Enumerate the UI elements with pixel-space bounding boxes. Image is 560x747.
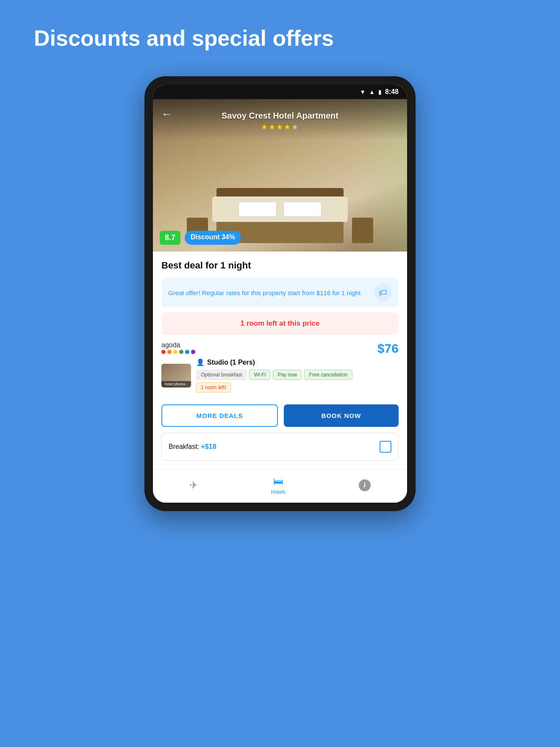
rooms-left-text: 1 room left at this price <box>240 319 319 327</box>
hotel-image: ← Savoy Crest Hotel Apartment ★★★★★ 8.7 … <box>153 99 407 252</box>
nav-info[interactable]: i <box>359 479 371 491</box>
content-area: Best deal for 1 night Great offer! Regul… <box>153 252 407 469</box>
hotel-name: Savoy Crest Hotel Apartment <box>222 111 338 121</box>
hotel-score: 8.7 <box>160 231 180 245</box>
nav-hotels[interactable]: 🛏 Hotels <box>271 476 286 495</box>
breakfast-row: Breakfast: +$18 <box>161 433 399 461</box>
hotel-stars: ★★★★★ <box>261 122 299 132</box>
hotels-label: Hotels <box>271 489 286 495</box>
breakfast-label: Breakfast: +$18 <box>169 443 216 451</box>
room-name: 👤 Studio (1 Pers) <box>196 358 377 366</box>
hotels-icon: 🛏 <box>273 476 283 487</box>
tag-room-left: 1 room left! <box>196 382 231 393</box>
booking-row: agoda ho <box>161 341 399 398</box>
device-screen: ▼ ▲ ▮ 8:48 <box>153 85 407 503</box>
page-title: Discounts and special offers <box>0 0 560 51</box>
room-photo-label: hotel photos · <box>161 381 191 387</box>
rooms-left-banner: 1 room left at this price <box>161 313 399 335</box>
tag-optional-breakfast: Optional breakfast <box>196 370 247 380</box>
room-details: 👤 Studio (1 Pers) Optional breakfast Wi-… <box>196 358 377 393</box>
discount-badge: Discount 34% <box>185 231 241 245</box>
book-now-button[interactable]: BOOK NOW <box>284 404 399 427</box>
room-photo[interactable]: hotel photos · <box>161 364 191 387</box>
discount-icon: 🏷 <box>374 284 392 302</box>
room-info-row: hotel photos · 👤 Studio (1 Pers) Optiona… <box>161 358 377 393</box>
breakfast-checkbox[interactable] <box>380 441 391 453</box>
tag-pay-now: Pay now <box>273 370 302 380</box>
status-time: 8:48 <box>385 88 399 96</box>
device-frame: ▼ ▲ ▮ 8:48 <box>144 76 416 511</box>
person-icon: 👤 <box>196 358 205 366</box>
deal-title: Best deal for 1 night <box>161 260 399 271</box>
more-deals-button[interactable]: MORE DEALS <box>161 404 278 427</box>
offer-text: Great offer! Regular rates for this prop… <box>168 288 374 297</box>
wifi-icon: ▼ <box>360 89 366 95</box>
price-box: $76 <box>377 341 399 356</box>
back-button[interactable]: ← <box>161 108 172 121</box>
room-price: $76 <box>377 341 399 355</box>
tag-wifi: Wi-Fi <box>249 370 270 380</box>
flights-icon: ✈ <box>189 479 198 491</box>
signal-icon: ▲ <box>369 89 375 95</box>
nav-flights[interactable]: ✈ <box>189 479 198 491</box>
tag-free-cancellation: Free cancellation <box>304 370 352 380</box>
info-icon: i <box>359 479 371 491</box>
breakfast-price: +$18 <box>201 443 216 450</box>
amenity-tags: Optional breakfast Wi-Fi Pay now Free ca… <box>196 370 377 393</box>
hotel-header: ← Savoy Crest Hotel Apartment ★★★★★ <box>153 99 407 140</box>
agoda-logo: agoda <box>161 341 377 354</box>
offer-box: Great offer! Regular rates for this prop… <box>161 278 399 307</box>
status-bar: ▼ ▲ ▮ 8:48 <box>153 85 407 99</box>
battery-icon: ▮ <box>378 89 382 95</box>
agoda-text: agoda <box>161 341 180 349</box>
hotel-badges: 8.7 Discount 34% <box>160 231 241 245</box>
bottom-nav: ✈ 🛏 Hotels i <box>153 469 407 503</box>
booking-details: agoda ho <box>161 341 377 393</box>
action-buttons: MORE DEALS BOOK NOW <box>161 404 399 427</box>
agoda-dots <box>161 350 195 354</box>
